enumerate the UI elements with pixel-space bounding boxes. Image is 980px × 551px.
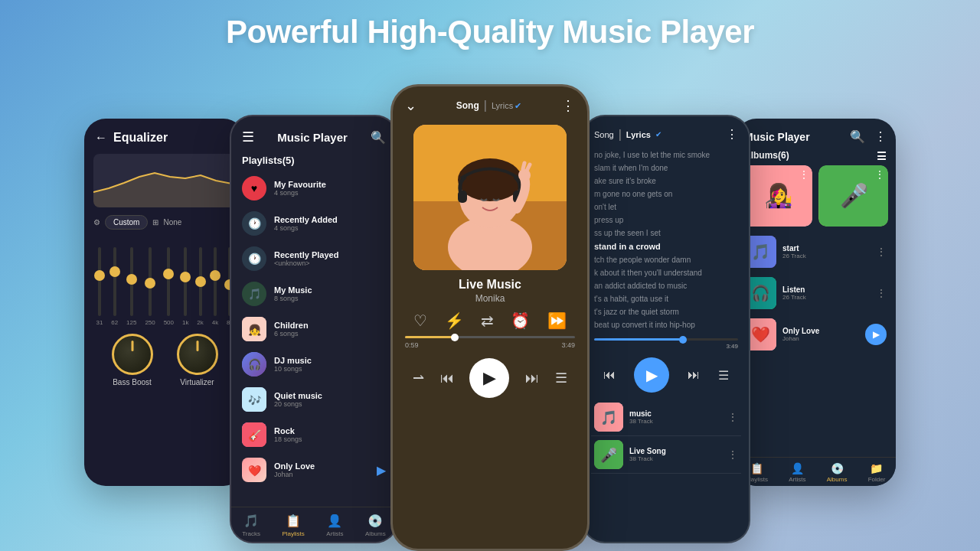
al-grid-item-1[interactable]: 🎤 ⋮	[818, 165, 888, 227]
ly-line-active: stand in a crowd	[594, 242, 738, 251]
pl-header: ☰ Music Player 🔍	[231, 116, 397, 152]
mp-lyrics-tab[interactable]: Lyrics ✔	[492, 101, 521, 111]
ly-queue-button[interactable]: ☰	[718, 368, 729, 383]
eq-bass-knob[interactable]	[112, 334, 153, 375]
eq-bars: 31 62 125 250 500 1k	[84, 234, 245, 326]
list-item[interactable]: 🎧 DJ music 10 songs	[231, 347, 397, 382]
pl-name-3: My Music	[274, 285, 386, 295]
artists-icon: 👤	[327, 514, 342, 528]
pl-quiet-count: 20 songs	[274, 400, 386, 408]
pl-nav-tracks[interactable]: 🎵 Tracks	[242, 514, 260, 537]
pl-search-icon[interactable]: 🔍	[371, 130, 386, 145]
al-list-more-1[interactable]: ⋮	[876, 287, 887, 299]
pl-child-icon: 👧	[242, 317, 266, 341]
al-more-0[interactable]: ⋮	[799, 168, 809, 181]
ly-more-0[interactable]: ⋮	[727, 411, 738, 423]
al-nav-albums[interactable]: 💿 Albums	[827, 462, 848, 483]
eq-preset-select[interactable]: Custom	[105, 215, 148, 230]
list-item[interactable]: 🎸 Rock 18 songs	[231, 417, 397, 452]
al-list-item-0[interactable]: 🎵 start 26 Track ⋮	[735, 231, 896, 272]
list-item[interactable]: 🎵 My Music 8 songs	[231, 276, 397, 311]
mp-more-icon[interactable]: ⋮	[561, 97, 575, 114]
mp-progress[interactable]: 0:59 3:49	[393, 336, 587, 355]
ly-lyrics-tab[interactable]: Lyrics	[626, 130, 651, 139]
al-nav-artists[interactable]: 👤 Artists	[789, 462, 805, 483]
mp-shuffle-button[interactable]: ⇀	[413, 370, 424, 386]
al-list-more-0[interactable]: ⋮	[876, 246, 887, 258]
pl-count-3: 8 songs	[274, 295, 386, 302]
mp-song-tab[interactable]: Song	[456, 100, 479, 111]
ly-line-6: ss up the seen I set	[594, 229, 738, 237]
playlists-icon: 📋	[286, 514, 301, 528]
ly-song-tab[interactable]: Song	[594, 130, 614, 139]
pl-count-1: 4 songs	[274, 224, 386, 232]
al-nav-folder[interactable]: 📁 Folder	[868, 462, 886, 483]
mp-artist-name: Monika	[393, 293, 587, 304]
ly-header: Song | Lyrics ✔ ⋮	[583, 116, 749, 148]
al-nav: 📋 Playlists 👤 Artists 💿 Albums 📁 Folder	[735, 457, 896, 486]
mp-play-button[interactable]: ▶	[469, 358, 509, 398]
al-list-item-2[interactable]: ❤️ Only Love Johan ▶	[735, 314, 896, 355]
mp-equalizer-button[interactable]: ⚡	[445, 311, 464, 330]
ly-play-button[interactable]: ▶	[634, 357, 669, 393]
al-albums-icon: 💿	[831, 462, 844, 474]
pl-recently-played: Recently Played	[274, 250, 386, 259]
mp-prev-button[interactable]: ⏮	[440, 370, 454, 386]
pl-nav-artists[interactable]: 👤 Artists	[326, 514, 343, 537]
svg-text:🎸: 🎸	[248, 429, 262, 442]
al-more-icon[interactable]: ⋮	[874, 129, 887, 144]
eq-virt-knob[interactable]	[177, 334, 218, 375]
mp-top-bar: ⌄ Song | Lyrics ✔ ⋮	[393, 86, 587, 119]
list-item[interactable]: ❤️ Only Love Johan ▶	[231, 452, 397, 487]
mp-speed-button[interactable]: ⏩	[547, 311, 567, 330]
pl-clock-icon-1: 🕐	[242, 211, 266, 236]
mp-like-button[interactable]: ♡	[413, 311, 427, 330]
eq-right-icon: ⊞	[152, 218, 158, 227]
phone-playlist: ☰ Music Player 🔍 Playlists(5) ♥ My Favou…	[230, 115, 398, 543]
svg-text:🎧: 🎧	[248, 358, 262, 371]
eq-custom-icon: ⚙	[93, 218, 100, 227]
ly-item-sub-1: 38 Track	[629, 455, 721, 462]
list-item[interactable]: 🎶 Quiet music 20 songs	[231, 382, 397, 417]
ly-mini-list: 🎵 music 38 Track ⋮ 🎤 Live Song 38 Track …	[583, 399, 749, 474]
ly-item-name-1: Live Song	[629, 447, 721, 455]
svg-text:🎵: 🎵	[600, 409, 618, 426]
mp-timer-button[interactable]: ⏰	[511, 311, 530, 330]
list-item[interactable]: ♥ My Favourite 4 songs	[231, 171, 397, 206]
ly-more-icon[interactable]: ⋮	[726, 127, 738, 142]
pl-nav-albums[interactable]: 💿 Albums	[365, 514, 386, 537]
al-title: Music Player	[744, 131, 810, 143]
ly-next-button[interactable]: ⏭	[688, 368, 700, 382]
pl-menu-icon[interactable]: ☰	[242, 129, 254, 145]
phone-equalizer: ← Equalizer ⚙ Custom ⊞ None 31 62	[84, 119, 245, 486]
al-grid-item-0[interactable]: 👩‍🎤 ⋮	[743, 165, 812, 227]
ly-more-1[interactable]: ⋮	[727, 448, 738, 461]
svg-point-16	[518, 169, 531, 181]
ly-line-5: press up	[594, 216, 738, 224]
mp-crossfade-button[interactable]: ⇄	[481, 311, 494, 330]
al-more-1[interactable]: ⋮	[874, 168, 885, 181]
list-item[interactable]: 🕐 Recently Played <unknown>	[231, 241, 397, 276]
al-item-sub-2: Johan	[782, 335, 859, 342]
list-item[interactable]: 🕐 Recently Added 4 songs	[231, 206, 397, 241]
ly-prev-button[interactable]: ⏮	[603, 368, 616, 382]
albums-icon: 💿	[368, 514, 383, 528]
mp-queue-button[interactable]: ☰	[555, 370, 567, 386]
al-search-icon[interactable]: 🔍	[850, 129, 865, 144]
ly-item-sub-0: 38 Track	[629, 418, 721, 425]
al-list-item-1[interactable]: 🎧 Listen 26 Track ⋮	[735, 272, 896, 314]
eq-band-2: 125	[126, 247, 136, 326]
al-list-icon[interactable]: ☰	[877, 150, 887, 162]
mp-chevron-down-icon[interactable]: ⌄	[405, 97, 416, 114]
list-item[interactable]: 🎤 Live Song 38 Track ⋮	[591, 436, 741, 474]
eq-back-button[interactable]: ←	[95, 131, 107, 145]
mp-next-button[interactable]: ⏭	[525, 370, 539, 386]
al-play-button[interactable]: ▶	[865, 324, 887, 345]
pl-play-icon[interactable]: ▶	[377, 463, 386, 478]
pl-count-2: <unknown>	[274, 259, 386, 267]
list-item[interactable]: 👧 Children 6 songs	[231, 311, 397, 347]
ly-line-8: tch the people wonder damn	[594, 256, 738, 264]
pl-nav-playlists[interactable]: 📋 Playlists	[282, 514, 304, 537]
list-item[interactable]: 🎵 music 38 Track ⋮	[591, 399, 741, 436]
ly-progress[interactable]: 3:49	[583, 332, 749, 353]
